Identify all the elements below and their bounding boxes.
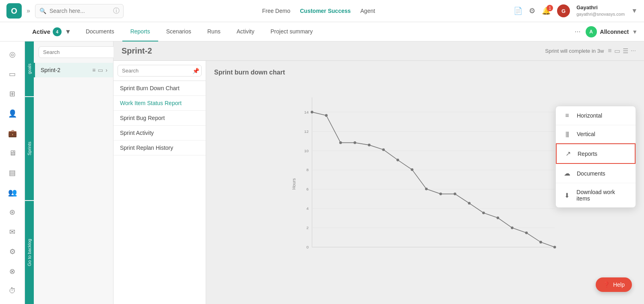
dropdown-item-horizontal[interactable]: ≡ Horizontal	[556, 106, 636, 125]
workspace-avatar: A	[586, 26, 597, 37]
free-demo-label[interactable]: Free Demo	[262, 8, 290, 14]
active-label: Active	[32, 28, 50, 35]
dropdown-item-vertical-label: Vertical	[577, 131, 595, 137]
documents-icon: ☁	[563, 170, 571, 177]
sidebar-item-clock[interactable]: ⏱	[4, 283, 21, 299]
active-dropdown-arrow[interactable]: ▼	[65, 28, 71, 35]
sprint-item-label: Sprint-2	[41, 67, 92, 73]
left-sidebar: ◎ ▭ ⊞ 👤 💼 🖥 ▤ 👥 ⊛ ✉ ⚙ ⊗ ⏱	[0, 41, 25, 304]
report-item-bug-report[interactable]: Sprint Bug Report	[114, 111, 206, 126]
report-item-replan[interactable]: Sprint Replan History	[114, 141, 206, 155]
report-item-burn-down[interactable]: Sprint Burn Down Chart	[114, 81, 206, 96]
sidebar-item-mail[interactable]: ✉	[4, 223, 21, 240]
second-nav: Active 4 ▼ Documents Reports Scenarios R…	[0, 22, 644, 41]
sidebar-item-calendar[interactable]: ⊞	[4, 86, 21, 102]
sprint-search-input[interactable]	[39, 46, 115, 58]
tab-activity[interactable]: Activity	[229, 22, 262, 41]
dropdown-item-download[interactable]: ⬇ Download work items	[556, 183, 636, 207]
dropdown-item-download-label: Download work items	[576, 189, 628, 202]
nav-right: 📄 ⚙ 🔔 1 G Gayathri gayathri@snovasys.com…	[514, 4, 638, 17]
global-search-input[interactable]	[50, 8, 110, 14]
sidebar-item-settings[interactable]: ⚙	[4, 243, 21, 260]
sprint-menu-icon[interactable]: ≡	[92, 67, 95, 73]
report-item-activity[interactable]: Sprint Activity	[114, 126, 206, 141]
sidebar-item-card[interactable]: ▤	[4, 165, 21, 181]
tab-scenarios[interactable]: Scenarios	[158, 22, 199, 41]
sidebar-item-tv[interactable]: ▭	[4, 66, 21, 83]
top-nav: O » 🔍 ⓘ Free Demo Customer Success Agent…	[0, 0, 644, 22]
vert-sprints-label[interactable]: Sprints	[25, 97, 34, 200]
tab-project-summary[interactable]: Project summary	[262, 22, 321, 41]
sidebar-item-team[interactable]: ⊛	[4, 204, 21, 220]
agent-label[interactable]: Agent	[360, 8, 375, 14]
dropdown-item-reports-label: Reports	[578, 151, 597, 157]
notification-icon[interactable]: 🔔 1	[542, 6, 551, 15]
sprint-expand-icon[interactable]: ›	[105, 67, 107, 73]
dropdown-item-documents[interactable]: ☁ Documents	[556, 164, 636, 183]
sidebar-item-user-settings[interactable]: ⊗	[4, 263, 21, 279]
tab-documents[interactable]: Documents	[78, 22, 122, 41]
main-layout: ◎ ▭ ⊞ 👤 💼 🖥 ▤ 👥 ⊛ ✉ ⚙ ⊗ ⏱ goals Sprints …	[0, 41, 644, 304]
content-area: Sprint-2 Sprint will complete in 3w ≡ ▭ …	[114, 41, 644, 304]
workspace-badge[interactable]: A Allconnect ▼	[586, 26, 638, 37]
report-item-work-item[interactable]: Work Item Status Report	[114, 96, 206, 111]
dropdown-item-reports[interactable]: ↗ Reports	[556, 143, 636, 164]
global-search-bar: 🔍 ⓘ	[35, 4, 124, 18]
dropdown-item-horizontal-label: Horizontal	[577, 112, 602, 119]
notification-badge: 1	[547, 5, 553, 11]
vert-backlog-label[interactable]: Go to backlog	[25, 201, 34, 304]
gear-icon[interactable]: ⚙	[529, 6, 535, 15]
app-logo[interactable]: O	[6, 3, 22, 19]
customer-success-label[interactable]: Customer Success	[300, 8, 351, 14]
user-info: Gayathri gayathri@snovasys.com	[576, 4, 625, 17]
reports-search-input[interactable]	[118, 65, 202, 77]
reports-icon: ↗	[564, 150, 572, 157]
avatar[interactable]: G	[557, 4, 570, 17]
sprint-sidebar-header: ↺	[34, 41, 113, 63]
workspace-name: Allconnect	[600, 29, 629, 35]
user-email: gayathri@snovasys.com	[576, 11, 625, 17]
sprint-item[interactable]: Sprint-2 ≡ ▭ ›	[34, 63, 113, 77]
help-icon: ❓	[603, 281, 610, 288]
download-icon: ⬇	[563, 192, 571, 199]
sidebar-item-group[interactable]: 👥	[4, 184, 21, 201]
help-label: Help	[613, 281, 625, 288]
dropdown-item-documents-label: Documents	[577, 170, 605, 177]
nav-center: Free Demo Customer Success Agent	[128, 8, 509, 14]
sidebar-item-monitor[interactable]: 🖥	[4, 145, 21, 161]
second-nav-right: ··· A Allconnect ▼	[575, 26, 638, 37]
vert-goals-label[interactable]: goals	[25, 41, 34, 96]
sidebar-item-briefcase[interactable]: 💼	[4, 125, 21, 142]
active-count: 4	[53, 27, 62, 36]
document-icon[interactable]: 📄	[514, 6, 522, 15]
sidebar-item-analytics[interactable]: ◎	[4, 46, 21, 63]
pin-icon[interactable]: 📌	[192, 68, 199, 74]
sidebar-item-person[interactable]: 👤	[4, 105, 21, 122]
reports-search-container: 📌	[114, 61, 206, 81]
sprint-sidebar: goals Sprints Go to backlog ↺ Sprint-2 ≡…	[25, 41, 114, 304]
tab-runs[interactable]: Runs	[199, 22, 229, 41]
search-icon: 🔍	[39, 8, 46, 14]
nav-expand-btn[interactable]: »	[27, 7, 30, 14]
second-nav-tabs: Documents Reports Scenarios Runs Activit…	[78, 22, 321, 41]
reports-list: Sprint Burn Down Chart Work Item Status …	[114, 81, 206, 155]
vertical-icon: |||	[563, 131, 571, 137]
dropdown-menu: ≡ Horizontal ||| Vertical ↗ Reports ☁ Do…	[555, 106, 636, 208]
info-icon[interactable]: ⓘ	[113, 7, 120, 15]
user-name: Gayathri	[576, 4, 625, 11]
workspace-dropdown-arrow[interactable]: ▼	[632, 29, 638, 35]
dropdown-item-vertical[interactable]: ||| Vertical	[556, 125, 636, 143]
more-options-btn[interactable]: ···	[575, 27, 581, 36]
horizontal-icon: ≡	[563, 112, 571, 119]
user-dropdown-arrow[interactable]: ▼	[631, 7, 638, 14]
active-badge: Active 4	[32, 27, 62, 36]
tab-reports[interactable]: Reports	[122, 22, 158, 41]
sprint-view-icon[interactable]: ▭	[98, 67, 103, 73]
reports-submenu: 📌 Sprint Burn Down Chart Work Item Statu…	[114, 61, 206, 304]
help-button[interactable]: ❓ Help	[596, 277, 632, 292]
